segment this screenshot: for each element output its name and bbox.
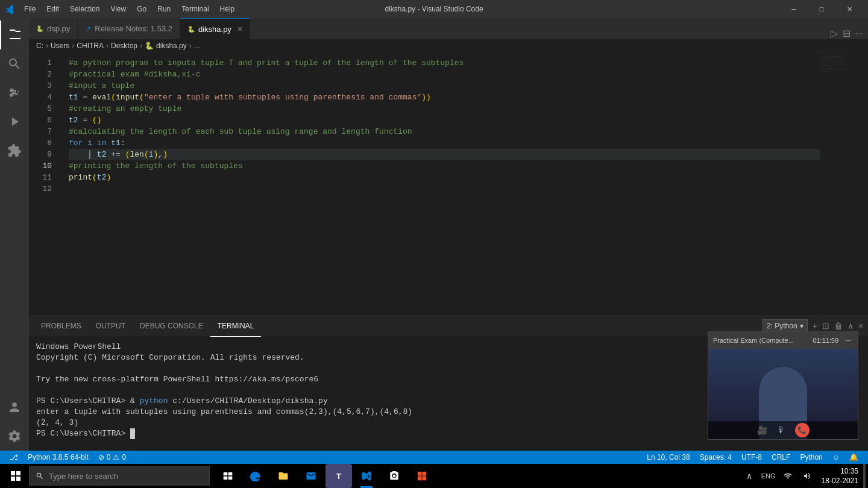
code-line-9: │ t2 += (len(i),) — [69, 149, 820, 160]
status-python-version[interactable]: Python 3.8.5 64-bit — [23, 451, 93, 464]
status-errors[interactable]: ⊘ 0 ⚠ 0 — [93, 451, 131, 464]
code-line-5: #creating an empty tuple — [69, 103, 820, 114]
panel-tab-problems[interactable]: PROBLEMS — [34, 316, 89, 337]
run-button[interactable]: ▷ — [831, 28, 838, 39]
status-right: Ln 10, Col 38 Spaces: 4 UTF-8 CRLF Pytho… — [642, 451, 863, 464]
video-mic-button[interactable]: 🎙 — [777, 425, 785, 435]
tray-eng[interactable]: ENG — [759, 464, 778, 488]
menu-run[interactable]: Run — [153, 2, 175, 16]
split-editor-button[interactable]: ⊟ — [843, 28, 851, 39]
line-num-5: 5 — [29, 103, 52, 114]
activity-run-debug[interactable] — [0, 107, 29, 136]
status-branch[interactable]: ⎇ — [5, 451, 23, 464]
menu-bar: File Edit Selection View Go Run Terminal… — [19, 2, 239, 16]
line-numbers: 1 2 3 4 5 6 7 8 9 10 11 12 — [29, 52, 59, 315]
close-button[interactable]: ✕ — [835, 0, 863, 18]
code-line-4: t1 = eval(input("enter a tuple with subt… — [69, 92, 820, 103]
status-feedback[interactable]: ☺ — [828, 451, 844, 464]
tab-diksha-label: diksha.py — [198, 25, 231, 34]
line-ending-label: CRLF — [772, 453, 790, 461]
kill-terminal-button[interactable]: 🗑 — [834, 321, 843, 331]
status-left: ⎇ Python 3.8.5 64-bit ⊘ 0 ⚠ 0 — [5, 451, 131, 464]
tab-release-notes[interactable]: ↗ Release Notes: 1.53.2 — [78, 18, 180, 39]
activity-extensions[interactable] — [0, 136, 29, 165]
terminal-selector[interactable]: 2: Python ▾ — [763, 319, 808, 333]
taskbar-store[interactable] — [409, 464, 435, 488]
panel-close-button[interactable]: × — [858, 321, 863, 331]
activity-source-control[interactable] — [0, 78, 29, 107]
bell-icon: 🔔 — [849, 453, 858, 461]
activity-account[interactable] — [0, 393, 29, 422]
status-line-ending[interactable]: CRLF — [767, 451, 795, 464]
minimap: #a python program to inputa tuple T#prac… — [820, 52, 868, 315]
menu-help[interactable]: Help — [215, 2, 240, 16]
code-editor[interactable]: 1 2 3 4 5 6 7 8 9 10 11 12 #a python pro… — [29, 52, 868, 315]
search-bar[interactable]: Type here to search — [29, 466, 210, 486]
panel-tab-debug-console[interactable]: DEBUG CONSOLE — [133, 316, 210, 337]
encoding-label: UTF-8 — [741, 453, 762, 461]
taskbar-explorer[interactable] — [270, 464, 297, 488]
menu-view[interactable]: View — [105, 2, 131, 16]
start-button[interactable] — [2, 464, 29, 488]
minimize-button[interactable]: ─ — [780, 0, 808, 18]
menu-terminal[interactable]: Terminal — [177, 2, 213, 16]
code-line-2: #practical exam #diksha,xi-c — [69, 69, 820, 80]
system-clock[interactable]: 10:35 18-02-2021 — [817, 466, 863, 486]
taskbar-vscode[interactable] — [353, 464, 380, 488]
panel-maximize-button[interactable]: ∧ — [848, 321, 854, 331]
tab-diksha-close[interactable]: × — [237, 24, 242, 34]
line-num-3: 3 — [29, 80, 52, 92]
titlebar: File Edit Selection View Go Run Terminal… — [0, 0, 868, 18]
tray-network[interactable] — [778, 464, 797, 488]
activity-settings[interactable] — [0, 422, 29, 451]
panel-tab-terminal[interactable]: TERMINAL — [210, 316, 262, 337]
chevron-down-icon: ▾ — [800, 322, 804, 330]
status-encoding[interactable]: UTF-8 — [737, 451, 767, 464]
line-num-10: 10 — [29, 160, 52, 172]
status-notifications[interactable]: 🔔 — [844, 451, 863, 464]
search-placeholder: Type here to search — [49, 472, 118, 481]
activity-explorer[interactable] — [0, 20, 29, 49]
video-mute-button[interactable]: 🎥 — [757, 425, 767, 435]
git-branch-icon: ⎇ — [10, 453, 18, 461]
add-terminal-button[interactable]: + — [813, 321, 817, 331]
taskbar-mail[interactable] — [298, 464, 324, 488]
status-language[interactable]: Python — [795, 451, 827, 464]
status-line-col[interactable]: Ln 10, Col 38 — [642, 451, 694, 464]
error-icon: ⊘ — [98, 453, 104, 461]
menu-selection[interactable]: Selection — [65, 2, 104, 16]
taskbar-teams[interactable]: T — [326, 464, 352, 488]
tray-volume[interactable] — [797, 464, 817, 488]
breadcrumb-sep-1: › — [46, 42, 48, 50]
show-desktop-button[interactable] — [863, 464, 866, 488]
window-controls: ─ □ ✕ — [780, 0, 863, 18]
video-end-button[interactable]: 📞 — [795, 423, 810, 437]
menu-file[interactable]: File — [19, 2, 40, 16]
video-time: 01:11:59 — [813, 337, 838, 344]
activity-search[interactable] — [0, 49, 29, 78]
split-terminal-button[interactable]: ⊡ — [822, 321, 829, 331]
spaces-label: Spaces: 4 — [700, 453, 732, 461]
taskbar-task-view[interactable] — [215, 464, 241, 488]
code-line-1: #a python program to inputa tuple T and … — [69, 57, 820, 69]
line-col-label: Ln 10, Col 38 — [647, 453, 690, 461]
menu-go[interactable]: Go — [132, 2, 151, 16]
menu-edit[interactable]: Edit — [42, 2, 64, 16]
panel-tab-output[interactable]: OUTPUT — [89, 316, 133, 337]
system-tray: ∧ ENG 10:35 18-02-2021 — [740, 464, 866, 488]
svg-rect-1 — [16, 471, 20, 475]
code-lines[interactable]: #a python program to inputa tuple T and … — [59, 52, 820, 315]
tray-show-hidden[interactable]: ∧ — [740, 464, 759, 488]
language-label: Python — [800, 453, 822, 461]
maximize-button[interactable]: □ — [808, 0, 835, 18]
video-minimize-button[interactable]: ─ — [843, 337, 853, 344]
tab-dsp[interactable]: 🐍 dsp.py — [29, 18, 78, 39]
tab-diksha[interactable]: 🐍 diksha.py × — [180, 18, 250, 39]
taskbar-camera[interactable] — [381, 464, 407, 488]
code-line-12 — [69, 183, 820, 195]
svg-rect-0 — [11, 471, 15, 475]
status-spaces[interactable]: Spaces: 4 — [695, 451, 737, 464]
more-actions-button[interactable]: ··· — [855, 28, 863, 39]
taskbar-edge[interactable] — [242, 464, 269, 488]
svg-rect-3 — [16, 477, 20, 481]
